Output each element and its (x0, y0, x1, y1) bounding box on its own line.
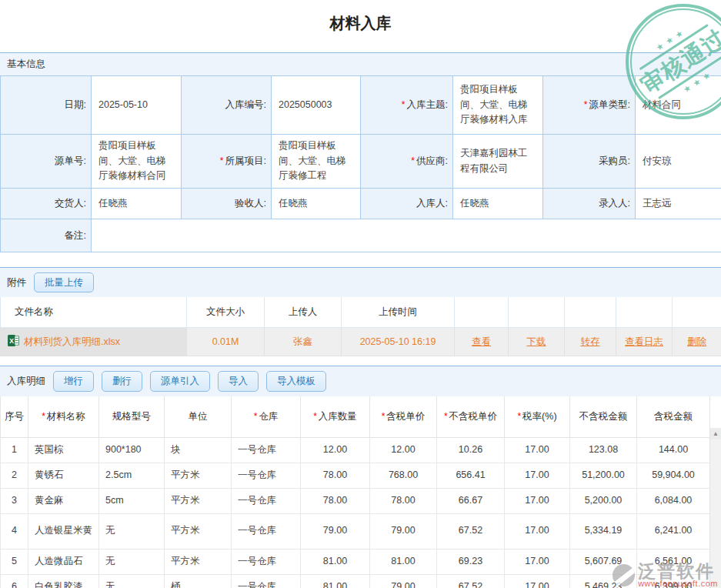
add-row-button[interactable]: 增行 (53, 371, 94, 391)
cell-amount-with-tax: 59,904.00 (637, 463, 710, 488)
field-value-recorder: 王志远 (636, 189, 721, 219)
field-value-inspector: 任晓燕 (272, 189, 361, 219)
detail-section-title: 入库明细 (7, 375, 45, 388)
field-value-stocker: 任晓燕 (453, 189, 543, 219)
cell-unit: 平方米 (165, 463, 232, 488)
attach-header-uploadtime: 上传时间 (342, 297, 455, 328)
field-label-source-no: 源单号: (1, 135, 92, 189)
attachment-filename-link[interactable]: 材料到货入库明细.xlsx (24, 336, 120, 347)
field-value-source-no: 贵阳项目样板间、大堂、电梯厅装修材料合同 (92, 135, 182, 189)
cell-unit: 平方米 (165, 513, 232, 549)
cell-unit: 块 (165, 437, 232, 463)
transfer-file-link[interactable]: 转存 (581, 336, 600, 347)
cell-price-without-tax: 66.67 (437, 488, 505, 513)
table-row: 5 人造微晶石 无 平方米 一号仓库 81.00 81.00 69.23 17.… (1, 549, 710, 574)
attachments-table: 文件名称 文件大小 上传人 上传时间 X (0, 297, 721, 356)
cell-price-with-tax: 768.00 (370, 463, 437, 488)
cell-amount-without-tax: 5,607.69 (570, 549, 637, 574)
field-value-buyer: 付安琼 (636, 135, 721, 189)
field-label-recorder: 录入人: (543, 189, 636, 219)
cell-material-name: 白色乳胶漆 (28, 574, 99, 588)
column-header-price-with-tax: *含税单价 (370, 396, 437, 438)
cell-spec: 900*180 (99, 437, 165, 463)
import-from-source-button[interactable]: 源单引入 (150, 371, 210, 391)
field-value-remark (92, 219, 721, 252)
field-label-stocker: 入库人: (361, 189, 453, 219)
material-inbound-page: ★★★ 审核通过 ★★★ 材料入库 基本信息 日期: 2025-05-10 入库… (0, 0, 721, 588)
cell-tax-rate: 17.00 (505, 549, 570, 574)
detail-section-header: 入库明细 增行 删行 源单引入 导入 导入模板 (0, 366, 721, 396)
cell-price-without-tax: 656.41 (437, 463, 505, 488)
required-asterisk: * (402, 99, 406, 110)
batch-upload-button[interactable]: 批量上传 (34, 272, 94, 292)
attachment-action-cell: 查看 (455, 328, 509, 356)
cell-warehouse: 一号仓库 (232, 437, 301, 463)
cell-spec: 无 (99, 513, 165, 549)
cell-material-name: 黄锈石 (28, 463, 99, 488)
cell-amount-without-tax: 51,200.00 (570, 463, 637, 488)
column-header-spec: 规格型号 (99, 396, 165, 438)
cell-material-name: 人造银星米黄 (28, 513, 99, 549)
cell-tax-rate: 17.00 (505, 488, 570, 513)
cell-amount-with-tax: 6,399.00 (637, 574, 710, 588)
column-header-material-name: *材料名称 (28, 396, 99, 438)
cell-price-without-tax: 69.23 (437, 549, 505, 574)
cell-price-with-tax: 79.00 (370, 513, 437, 549)
cell-warehouse: 一号仓库 (232, 488, 301, 513)
cell-warehouse: 一号仓库 (232, 549, 301, 574)
attach-header-uploader: 上传人 (265, 297, 342, 328)
required-asterisk: * (411, 155, 415, 166)
column-header-price-without-tax: *不含税单价 (437, 396, 505, 438)
cell-price-without-tax: 67.52 (437, 574, 505, 588)
required-asterisk: * (517, 411, 521, 422)
field-value-date: 2025-05-10 (92, 76, 182, 135)
cell-tax-rate: 17.00 (505, 574, 570, 588)
cell-quantity: 78.00 (301, 463, 370, 488)
attach-header-action (509, 297, 565, 328)
detail-table-scrollbar[interactable]: ▲ (709, 428, 721, 588)
attachment-filename-cell: X 材料到货入库明细.xlsx (1, 328, 187, 356)
field-label-deliverer: 交货人: (1, 189, 92, 219)
attach-header-action (673, 297, 721, 328)
download-file-link[interactable]: 下载 (527, 336, 546, 347)
cell-warehouse: 一号仓库 (232, 463, 301, 488)
svg-text:X: X (9, 337, 14, 345)
cell-seq: 1 (1, 437, 28, 463)
required-asterisk: * (220, 155, 224, 166)
cell-material-name: 黄金麻 (28, 488, 99, 513)
view-log-link[interactable]: 查看日志 (625, 336, 663, 347)
attachments-section-title: 附件 (7, 276, 26, 289)
view-file-link[interactable]: 查看 (472, 336, 491, 347)
detail-table: 序号 *材料名称 规格型号 单位 *仓库 *入库数量 *含税单价 *不含税单价 … (0, 396, 710, 588)
cell-amount-without-tax: 5,200.00 (570, 488, 637, 513)
cell-price-without-tax: 67.52 (437, 513, 505, 549)
attach-header-filesize: 文件大小 (187, 297, 265, 328)
delete-row-button[interactable]: 删行 (102, 371, 142, 391)
delete-file-link[interactable]: 删除 (687, 336, 706, 347)
cell-price-with-tax: 79.00 (370, 574, 437, 588)
import-button[interactable]: 导入 (218, 371, 259, 391)
cell-price-with-tax: 81.00 (370, 549, 437, 574)
cell-seq: 3 (1, 488, 28, 513)
field-value-inbound-no: 2025050003 (272, 76, 361, 135)
attachment-uploadtime: 2025-05-10 16:19 (342, 328, 455, 356)
required-asterisk: * (382, 411, 386, 422)
cell-amount-with-tax: 144.00 (637, 437, 710, 463)
basic-info-table: 日期: 2025-05-10 入库编号: 2025050003 *入库主题: 贵… (0, 75, 721, 252)
column-header-amount-without-tax: 不含税金额 (570, 396, 637, 438)
attachment-filesize: 0.01M (187, 328, 265, 356)
import-template-button[interactable]: 导入模板 (266, 371, 326, 391)
attachment-action-cell: 下载 (509, 328, 565, 356)
cell-spec: 5cm (99, 488, 165, 513)
attach-header-action (565, 297, 616, 328)
field-value-deliverer: 任晓燕 (92, 189, 182, 219)
column-header-unit: 单位 (165, 396, 232, 438)
cell-seq: 2 (1, 463, 28, 488)
cell-amount-with-tax: 6,561.00 (637, 549, 710, 574)
attachment-action-cell: 查看日志 (616, 328, 673, 356)
required-asterisk: * (254, 411, 258, 422)
cell-unit: 桶 (165, 574, 232, 588)
cell-quantity: 79.00 (301, 513, 370, 549)
required-asterisk: * (313, 411, 317, 422)
scroll-up-arrow-icon[interactable]: ▲ (710, 428, 721, 439)
